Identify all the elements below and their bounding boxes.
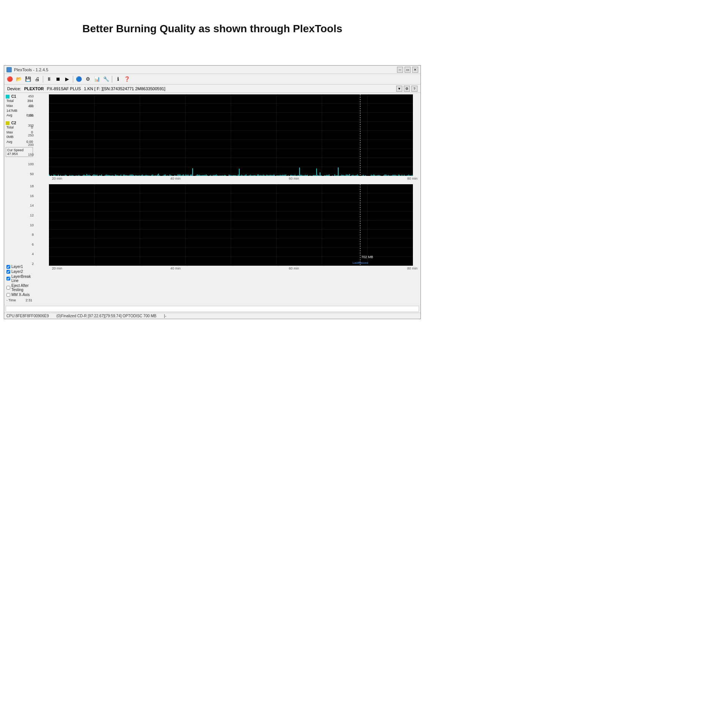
- toolbar-sep-2: [73, 76, 73, 83]
- device-name: PLEXTOR: [24, 86, 44, 91]
- c1-time-60: 60 min: [289, 177, 299, 180]
- toolbar-btn-12[interactable]: ℹ: [114, 75, 122, 83]
- mmx-check: MM X-Axis: [6, 293, 32, 297]
- c1-time-40: 40 min: [170, 177, 180, 180]
- layerbreak-checkbox[interactable]: [6, 277, 10, 280]
- status-disc: (0)Finalized CD-R [97:22.67][79:59.74] O…: [56, 314, 157, 318]
- toolbar-btn-5[interactable]: ⏸: [45, 75, 53, 83]
- toolbar-btn-11[interactable]: 🔧: [102, 75, 110, 83]
- c1-avg-label: Avg: [6, 113, 12, 118]
- time-row: - Time 2:31: [6, 298, 32, 302]
- c2-total-label: Total: [6, 125, 14, 130]
- minimize-button[interactable]: ─: [397, 67, 403, 73]
- c2-max-label: Max: [6, 130, 13, 135]
- device-bar: Device: PLEXTOR PX-891SAF PLUS 1.KN [ F:…: [4, 85, 420, 93]
- app-icon: [6, 67, 12, 72]
- toolbar-sep-3: [112, 76, 112, 83]
- c1-time-80: 80 min: [407, 177, 417, 180]
- c2-size: 0MB: [6, 135, 14, 139]
- status-bar: CPU:8FE8F8FF00906E9 (0)Finalized CD-R [9…: [4, 313, 420, 319]
- toolbar-btn-4[interactable]: 🖨: [33, 75, 41, 83]
- time-value: 2:31: [25, 298, 32, 302]
- c2-time-40: 40 min: [170, 266, 180, 270]
- layerbreak-label: LayerBreak Line: [11, 274, 32, 283]
- c2-avg-label: Avg: [6, 139, 12, 144]
- charts-wrapper: 45040035030025020015010050 20 min 40 min…: [35, 93, 420, 305]
- layer2-check: Layer2: [6, 269, 32, 274]
- c2-time-20: 20 min: [52, 266, 62, 270]
- layer2-checkbox[interactable]: [6, 270, 10, 274]
- toolbar-btn-8[interactable]: 🔵: [75, 75, 83, 83]
- eject-label: Eject After Testing: [11, 284, 32, 292]
- left-bottom: Layer1 Layer2 LayerBreak Line Eject Afte…: [6, 263, 33, 304]
- toolbar-btn-6[interactable]: ⏹: [54, 75, 62, 83]
- toolbar-btn-9[interactable]: ⚙: [84, 75, 92, 83]
- toolbar-btn-7[interactable]: ▶: [63, 75, 71, 83]
- eject-checkbox[interactable]: [6, 286, 10, 290]
- layer2-label: Layer2: [11, 269, 23, 274]
- title-bar-left: PlexTools - 1.2.4.5: [6, 67, 49, 72]
- layer1-checkbox[interactable]: [6, 265, 10, 269]
- toolbar-btn-10[interactable]: 📊: [93, 75, 101, 83]
- c2-chart-area: 18161412108642: [35, 184, 420, 266]
- toolbar: 🔴 📂 💾 🖨 ⏸ ⏹ ▶ 🔵 ⚙ 📊 🔧 ℹ ❓: [4, 74, 420, 85]
- progress-bar: [6, 306, 419, 312]
- close-button[interactable]: ✕: [412, 67, 418, 73]
- c1-total-label: Total: [6, 99, 14, 103]
- toolbar-btn-3[interactable]: 💾: [24, 75, 32, 83]
- c1-color: [6, 95, 9, 99]
- device-btn-3[interactable]: ?: [411, 86, 417, 92]
- device-dropdown[interactable]: ▼: [396, 86, 402, 92]
- page-heading: Better Burning Quality as shown through …: [0, 0, 425, 65]
- title-bar: PlexTools - 1.2.4.5 ─ ▭ ✕: [4, 66, 420, 74]
- app-window: PlexTools - 1.2.4.5 ─ ▭ ✕ 🔴 📂 💾 🖨 ⏸ ⏹ ▶ …: [4, 65, 421, 319]
- c2-time-axis: 20 min 40 min 60 min 80 min: [38, 266, 417, 271]
- status-right: |-: [164, 314, 166, 318]
- device-bar-right: ▼ ⚙ ?: [396, 86, 417, 92]
- toolbar-btn-13[interactable]: ❓: [123, 75, 131, 83]
- c2-y-axis: 18161412108642: [20, 184, 34, 266]
- eject-check: Eject After Testing: [6, 284, 32, 292]
- device-info: 1.KN [ F: ][SN:3743524771 2M8633500591]: [84, 86, 165, 91]
- c2-time-80: 80 min: [407, 266, 417, 270]
- main-content: C1 Total394 Max11 147MB Avg0.08 C2 Total…: [4, 93, 420, 305]
- time-label: - Time: [6, 298, 16, 302]
- mmx-label: MM X-Axis: [11, 293, 30, 297]
- restore-button[interactable]: ▭: [405, 67, 411, 73]
- c1-time-axis: 20 min 40 min 60 min 80 min: [38, 176, 417, 181]
- c1-time-20: 20 min: [52, 177, 62, 180]
- c1-label: C1: [11, 94, 16, 99]
- title-bar-controls: ─ ▭ ✕: [397, 67, 418, 73]
- mmx-checkbox[interactable]: [6, 293, 10, 297]
- device-label: Device:: [7, 86, 21, 91]
- c1-chart-canvas: [49, 94, 413, 176]
- toolbar-sep-1: [43, 76, 43, 83]
- status-cpu: CPU:8FE8F8FF00906E9: [6, 314, 49, 318]
- c2-chart-canvas: [49, 184, 413, 266]
- c1-max-label: Max: [6, 103, 13, 108]
- app-title: PlexTools - 1.2.4.5: [14, 67, 49, 72]
- c1-size: 147MB: [6, 108, 17, 113]
- c1-y-axis: 45040035030025020015010050: [20, 94, 34, 176]
- c1-chart-area: 45040035030025020015010050: [35, 94, 420, 176]
- device-btn-2[interactable]: ⚙: [404, 86, 410, 92]
- toolbar-btn-1[interactable]: 🔴: [6, 75, 14, 83]
- c2-time-60: 60 min: [289, 266, 299, 270]
- c2-label: C2: [11, 121, 16, 125]
- layerbreak-check: LayerBreak Line: [6, 274, 32, 283]
- device-model: PX-891SAF PLUS: [47, 86, 81, 91]
- toolbar-btn-2[interactable]: 📂: [15, 75, 23, 83]
- c2-color: [6, 121, 9, 125]
